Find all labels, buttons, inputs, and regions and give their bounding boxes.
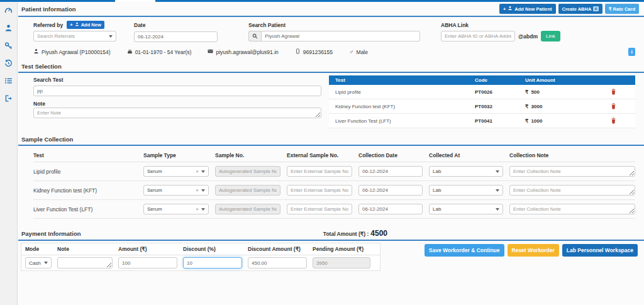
amount-input[interactable]: [118, 257, 177, 269]
test-name: Lipid profile: [335, 89, 475, 95]
col-unit-amount: Unit Amount: [525, 77, 597, 83]
mobile-phone-icon: [295, 48, 301, 55]
payment-note-textarea[interactable]: [57, 257, 113, 269]
search-referrals-placeholder: Search Referrals: [37, 33, 75, 39]
collection-date-input[interactable]: [358, 204, 423, 214]
abha-link-button[interactable]: Link: [541, 31, 560, 42]
patient-dob: 01-01-1970 - 54 Year(s): [127, 48, 192, 55]
collected-at-value: Lab: [433, 169, 441, 174]
history-icon: [4, 58, 13, 70]
external-sample-no-input[interactable]: [287, 185, 352, 196]
male-icon: ♂: [349, 49, 354, 55]
col-collected-at: Collected At: [429, 152, 503, 158]
sample-collection-row: Liver Function Test (LFT) Serum × Lab: [33, 200, 635, 219]
discount-amount-input[interactable]: [248, 257, 307, 269]
collection-note-textarea[interactable]: [509, 204, 635, 214]
chevron-down-icon: [201, 170, 205, 173]
sample-type-select[interactable]: Serum ×: [143, 166, 209, 177]
search-referrals-select[interactable]: Search Referrals: [33, 31, 116, 42]
sample-type-value: Serum: [147, 206, 162, 212]
patient-form-row: Referred by + Add New Search Referrals D…: [18, 20, 644, 42]
add-new-patient-label: Add New Patient: [514, 6, 552, 12]
envelope-icon: [208, 48, 213, 55]
collection-note-textarea[interactable]: [509, 185, 635, 196]
note-textarea[interactable]: [33, 108, 321, 118]
info-button[interactable]: i: [628, 48, 635, 56]
total-amount-value: 4500: [370, 229, 387, 238]
sample-no-input: [215, 185, 280, 196]
person-icon: [33, 48, 39, 55]
list-icon: [4, 76, 13, 87]
selected-tests-table: Test Code Unit Amount Lipid profile PT00…: [329, 75, 635, 128]
payment-table: Mode Note Amount (₹) Discount (%) Discou…: [21, 243, 380, 271]
col-discount: Discount (%): [183, 246, 242, 252]
sample-no-input: [215, 166, 280, 177]
sidebar-item-patients[interactable]: [4, 25, 13, 33]
collection-date-input[interactable]: [358, 185, 423, 196]
abha-id-input[interactable]: [441, 31, 515, 42]
test-selection-header: Test Selection: [18, 60, 644, 73]
search-icon: [248, 31, 261, 42]
sample-type-select[interactable]: Serum ×: [143, 204, 209, 214]
clear-icon[interactable]: ×: [196, 187, 199, 193]
patient-summary: Piyush Agrawal (P10000154) 01-01-1970 - …: [33, 48, 635, 56]
user-icon: [75, 22, 79, 28]
reset-workorder-label: Reset Workorder: [512, 247, 555, 253]
sidebar-item-dashboard[interactable]: [4, 7, 13, 16]
sample-type-select[interactable]: Serum ×: [143, 185, 209, 196]
create-abha-button[interactable]: Create ABHA A: [558, 4, 602, 14]
col-external-sample-no: External Sample No.: [287, 152, 352, 158]
delete-test-button[interactable]: [609, 116, 618, 125]
sample-no-input: [215, 204, 280, 214]
sidebar-item-history[interactable]: [4, 60, 13, 69]
search-patient-label: Search Patient: [248, 22, 286, 28]
search-test-label: Search Test: [33, 77, 64, 83]
reset-workorder-button[interactable]: Reset Workorder: [508, 244, 559, 257]
external-sample-no-input[interactable]: [287, 204, 352, 214]
delete-test-button[interactable]: [609, 87, 618, 96]
sidebar-item-logout[interactable]: [4, 95, 13, 104]
test-amount: 500: [531, 89, 540, 95]
total-amount-label: Total Amount (₹) :: [323, 231, 369, 237]
lab-personnel-workspace-button[interactable]: Lab Personnel Workspace: [562, 244, 638, 257]
external-sample-no-input[interactable]: [287, 166, 352, 177]
chevron-down-icon: [44, 262, 48, 264]
collection-note-textarea[interactable]: [509, 166, 635, 177]
col-test: Test: [335, 77, 475, 83]
delete-test-button[interactable]: [609, 102, 618, 111]
rate-card-button[interactable]: ₹ Rate Card: [605, 4, 639, 14]
rate-card-label: ₹ Rate Card: [609, 6, 635, 12]
main-content: Patient Information + Add New Patient Cr…: [18, 2, 644, 305]
clear-icon[interactable]: ×: [196, 206, 199, 212]
sidebar-item-access[interactable]: [4, 42, 13, 51]
collected-at-select[interactable]: Lab: [429, 204, 503, 214]
rupee-icon: ₹: [525, 89, 528, 95]
col-note: Note: [57, 246, 113, 252]
table-row: Lipid profile PT0026 ₹ 500: [329, 85, 635, 99]
search-test-input[interactable]: [33, 86, 321, 96]
add-new-patient-button[interactable]: + Add New Patient: [499, 4, 556, 14]
payment-mode-select[interactable]: Cash: [25, 257, 52, 269]
sample-collection-header: Sample Collection: [18, 133, 644, 146]
sidebar-item-worklist[interactable]: [4, 77, 13, 86]
clear-icon[interactable]: ×: [196, 169, 199, 174]
chevron-down-icon: [496, 170, 499, 173]
save-workorder-button[interactable]: Save Workorder & Continue: [425, 244, 504, 257]
collection-date-input[interactable]: [358, 166, 423, 177]
date-input[interactable]: [134, 31, 218, 42]
col-test: Test: [33, 152, 137, 158]
test-code: PT0041: [475, 118, 525, 124]
test-code: PT0032: [475, 104, 525, 109]
collected-at-select[interactable]: Lab: [429, 166, 503, 177]
collected-at-select[interactable]: Lab: [429, 185, 503, 196]
date-label: Date: [134, 22, 145, 28]
discount-percent-input[interactable]: [183, 257, 242, 269]
test-selection-title: Test Selection: [21, 63, 62, 70]
search-patient-input[interactable]: [261, 31, 420, 42]
add-new-referral-label: Add New: [81, 22, 101, 28]
col-discount-amount: Discount Amount (₹): [248, 246, 307, 252]
add-new-referral-button[interactable]: + Add New: [67, 21, 104, 29]
chevron-down-icon: [109, 35, 113, 38]
patient-gender-text: Male: [357, 49, 368, 55]
chevron-down-icon: [496, 208, 499, 211]
